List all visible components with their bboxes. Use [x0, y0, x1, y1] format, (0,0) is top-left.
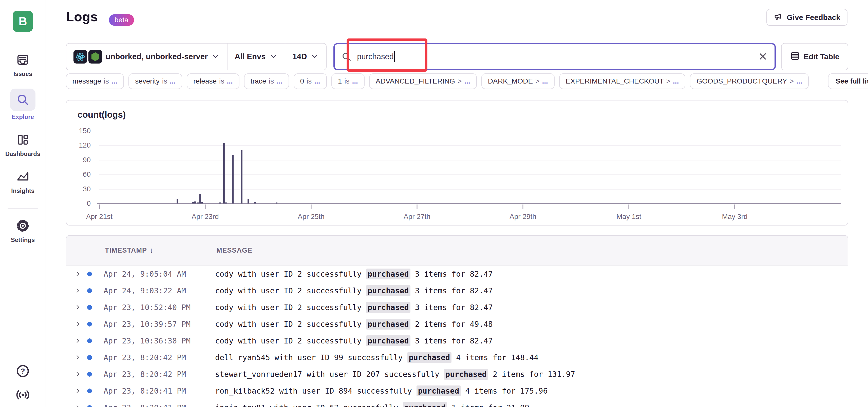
filter-chip-op: > [790, 77, 794, 85]
filter-chip-op: is [104, 77, 109, 85]
log-message: dell_ryan545 with user ID 99 successfull… [215, 353, 848, 362]
search-highlight: purchased [407, 352, 452, 363]
filter-chip[interactable]: GOODS_PRODUCTQUERY > ... [690, 73, 809, 89]
node-platform-icon [88, 50, 102, 64]
edit-table-button[interactable]: Edit Table [781, 43, 848, 70]
log-level-dot [87, 288, 92, 293]
filter-bar: unborked, unborked-server All Envs 14D [66, 43, 848, 70]
x-axis-tick [311, 205, 312, 209]
search-highlight: purchased [444, 369, 488, 380]
expand-chevron-icon[interactable] [74, 370, 81, 378]
filter-chip-key: severity [135, 77, 159, 85]
search-highlight: purchased [366, 285, 410, 296]
filter-chip[interactable]: EXPERIMENTAL_CHECKOUT > ... [559, 73, 686, 89]
environment-selector[interactable]: All Envs [227, 43, 285, 70]
gridline [99, 174, 841, 175]
log-row[interactable]: Apr 23, 10:39:57 PM cody with user ID 2 … [66, 316, 848, 332]
log-row[interactable]: Apr 24, 9:03:22 AM cody with user ID 2 s… [66, 282, 848, 299]
log-message: stewart_vonrueden17 with user ID 207 suc… [215, 370, 848, 379]
y-axis-label: 120 [79, 141, 91, 149]
see-full-list-button[interactable]: See full list [828, 73, 868, 89]
expand-chevron-icon[interactable] [74, 303, 81, 311]
filter-chip-value: ... [112, 77, 117, 85]
svg-text:?: ? [21, 367, 25, 375]
filter-chip[interactable]: 1 is ... [331, 73, 365, 89]
chart-bar [248, 199, 249, 203]
log-row[interactable]: Apr 23, 10:36:38 PM cody with user ID 2 … [66, 332, 848, 349]
chevron-down-icon [211, 52, 220, 62]
search-input[interactable]: purchased [333, 43, 776, 70]
column-header-timestamp[interactable]: TIMESTAMP ↓ [105, 246, 216, 255]
filter-chip[interactable]: trace is ... [244, 73, 289, 89]
x-axis-label: May 1st [616, 213, 641, 221]
sidebar-item-label: Issues [13, 70, 32, 77]
date-range-label: 14D [292, 52, 307, 61]
filter-chip[interactable]: severity is ... [128, 73, 182, 89]
log-row[interactable]: Apr 23, 8:20:41 PM ron_kilback52 with us… [66, 382, 848, 399]
log-timestamp: Apr 23, 10:39:57 PM [104, 320, 215, 329]
expand-chevron-icon[interactable] [74, 337, 81, 344]
log-timestamp: Apr 23, 8:20:42 PM [104, 370, 215, 379]
org-logo[interactable]: B [13, 11, 33, 32]
y-axis-label: 30 [83, 185, 91, 193]
search-container: purchased [333, 43, 776, 70]
expand-chevron-icon[interactable] [74, 353, 81, 361]
log-level-dot [87, 322, 92, 327]
filter-chip[interactable]: 0 is ... [293, 73, 327, 89]
log-row[interactable]: Apr 23, 8:20:42 PM dell_ryan545 with use… [66, 349, 848, 366]
filter-chip-op: is [344, 77, 349, 85]
sidebar-item-explore[interactable]: Explore [10, 89, 35, 121]
log-timestamp: Apr 23, 10:36:38 PM [104, 336, 215, 345]
date-range-selector[interactable]: 14D [285, 43, 326, 70]
gridline [99, 160, 841, 161]
gridline [99, 145, 841, 146]
table-header: TIMESTAMP ↓ MESSAGE [66, 236, 848, 266]
expand-chevron-icon[interactable] [74, 287, 81, 294]
gridline [99, 131, 841, 131]
sidebar-divider [8, 208, 38, 209]
environment-selector-label: All Envs [235, 52, 266, 61]
sidebar-item-issues[interactable]: Issues [12, 52, 34, 77]
log-timestamp: Apr 24, 9:03:22 AM [104, 286, 215, 295]
project-selector[interactable]: unborked, unborked-server [66, 43, 227, 70]
log-timestamp: Apr 24, 9:05:04 AM [104, 270, 215, 278]
column-header-message[interactable]: MESSAGE [216, 246, 252, 255]
filter-chip-key: message [72, 77, 101, 85]
clear-search-icon[interactable] [757, 50, 769, 63]
help-icon[interactable]: ? [16, 364, 30, 379]
filter-chip-key: 0 [300, 77, 304, 85]
x-axis-tick [523, 205, 523, 209]
filter-chip[interactable]: release is ... [187, 73, 239, 89]
search-explore-icon [10, 89, 35, 111]
sidebar-item-insights[interactable]: Insights [11, 169, 34, 194]
expand-chevron-icon[interactable] [74, 270, 81, 278]
expand-chevron-icon[interactable] [74, 404, 81, 407]
sidebar-item-label: Insights [11, 187, 34, 194]
log-row[interactable]: Apr 24, 9:05:04 AM cody with user ID 2 s… [66, 266, 848, 282]
log-row[interactable]: Apr 23, 8:20:42 PM stewart_vonrueden17 w… [66, 366, 848, 382]
edit-table-label: Edit Table [804, 53, 839, 61]
sidebar-item-settings[interactable]: Settings [11, 218, 35, 243]
log-message: janie_toy81 with user ID 67 successfully… [215, 403, 848, 407]
log-level-dot [87, 388, 92, 393]
log-level-dot [87, 305, 92, 310]
sidebar-item-dashboards[interactable]: Dashboards [5, 132, 40, 158]
x-axis-tick [735, 205, 735, 209]
filter-chip[interactable]: message is ... [66, 73, 124, 89]
log-row[interactable]: Apr 23, 8:20:41 PM janie_toy81 with user… [66, 399, 848, 407]
expand-chevron-icon[interactable] [74, 320, 81, 328]
table-body: Apr 24, 9:05:04 AM cody with user ID 2 s… [66, 266, 848, 407]
log-row[interactable]: Apr 23, 10:52:40 PM cody with user ID 2 … [66, 299, 848, 316]
log-message: cody with user ID 2 successfully purchas… [215, 336, 848, 345]
filter-chip[interactable]: ADVANCED_FILTERING > ... [369, 73, 477, 89]
x-axis-tick [417, 205, 417, 209]
y-axis-label: 0 [87, 199, 91, 208]
expand-chevron-icon[interactable] [74, 387, 81, 395]
give-feedback-button[interactable]: Give Feedback [766, 9, 847, 26]
broadcast-icon[interactable] [16, 389, 30, 401]
filter-chip-key: EXPERIMENTAL_CHECKOUT [566, 77, 664, 85]
filter-chip-value: ... [673, 77, 679, 85]
filter-chip-value: ... [796, 77, 802, 85]
filter-chip[interactable]: DARK_MODE > ... [482, 73, 555, 89]
chart-plot [99, 131, 841, 203]
